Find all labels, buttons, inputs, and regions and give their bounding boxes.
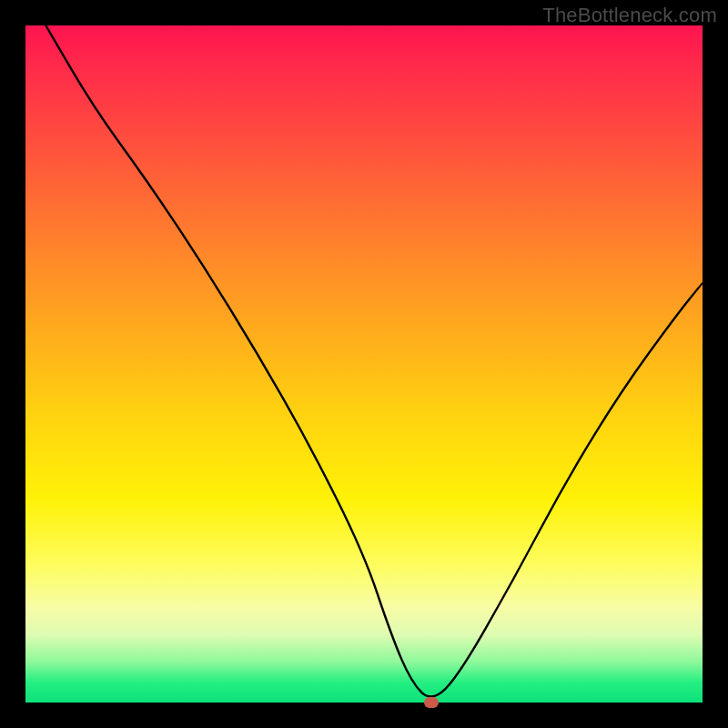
watermark-text: TheBottleneck.com xyxy=(542,4,717,27)
curve-path xyxy=(46,25,703,697)
chart-frame: TheBottleneck.com xyxy=(0,0,728,728)
bottleneck-curve xyxy=(25,25,703,703)
min-marker xyxy=(424,697,439,708)
plot-area xyxy=(25,25,703,703)
